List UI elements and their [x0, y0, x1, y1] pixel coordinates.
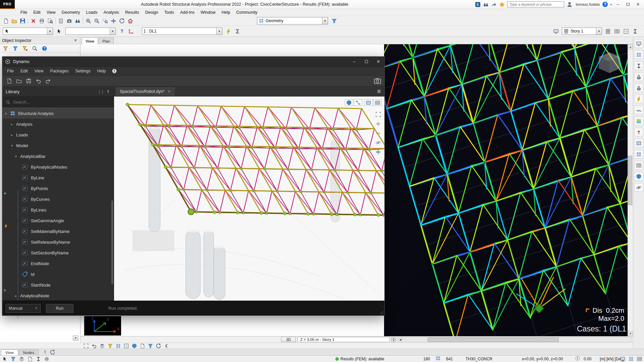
- initial-view-icon[interactable]: [126, 17, 135, 25]
- back-icon[interactable]: [474, 1, 481, 8]
- material-label[interactable]: TH30_CONCR: [466, 356, 492, 362]
- display-mode-icon[interactable]: [619, 356, 626, 362]
- workspace-tab[interactable]: SpacialTrussRobot.dyn* ✕: [116, 87, 174, 96]
- scroll-down-icon[interactable]: ▼: [628, 331, 633, 336]
- hscroll-left-icon[interactable]: ◀: [397, 337, 403, 342]
- library-layout-icon[interactable]: ❘❘: [98, 89, 104, 94]
- pointer-icon[interactable]: [55, 27, 63, 35]
- menu-community[interactable]: Community: [233, 9, 260, 16]
- export-image-icon[interactable]: [373, 77, 382, 85]
- menu-tools[interactable]: Tools: [161, 9, 177, 16]
- panel-display-icon[interactable]: [634, 139, 643, 147]
- object-attributes-icon[interactable]: [634, 50, 643, 59]
- scroll-up-icon[interactable]: ▲: [628, 44, 633, 50]
- search-options-icon[interactable]: [482, 1, 489, 8]
- zoom-out-icon[interactable]: [93, 17, 101, 25]
- resize-grip[interactable]: [379, 310, 383, 314]
- library-item-bylines[interactable]: ByLines: [2, 204, 114, 215]
- inspector-scroll-button[interactable]: ▼: [73, 336, 78, 341]
- menu-results[interactable]: Results: [122, 9, 142, 16]
- tab-close-icon[interactable]: ✕: [168, 89, 171, 94]
- combo-arrow-icon[interactable]: ▼: [110, 28, 115, 35]
- combo-arrow-icon[interactable]: ▼: [322, 17, 328, 24]
- view-display-icon[interactable]: [634, 39, 643, 48]
- plan-view-icon[interactable]: [622, 27, 630, 35]
- split-view-icon[interactable]: [364, 99, 373, 106]
- canvas-zoom-out-icon[interactable]: [374, 129, 382, 137]
- view-tab-plan[interactable]: Plan: [99, 38, 114, 44]
- dynamo-menu-view[interactable]: View: [31, 67, 47, 75]
- orbit-icon[interactable]: [374, 139, 382, 146]
- library-scrollbar[interactable]: [111, 200, 113, 284]
- library-category-structural-analysis[interactable]: ▾ Structural Analysis: [2, 108, 114, 119]
- story-up-icon[interactable]: ▲: [391, 337, 396, 340]
- dynamo-3d-preview[interactable]: [114, 97, 384, 301]
- section-shapes-icon[interactable]: [634, 61, 643, 70]
- zoom-in-icon[interactable]: [84, 17, 93, 25]
- graph-view-icon[interactable]: [354, 99, 362, 106]
- menu-edit[interactable]: Edit: [30, 9, 44, 16]
- new-file-icon[interactable]: [5, 77, 13, 85]
- settings-icon[interactable]: [43, 356, 50, 362]
- print-preview-icon[interactable]: [46, 17, 54, 25]
- combo-arrow-icon[interactable]: ▼: [216, 28, 222, 35]
- screen-capture-icon[interactable]: [65, 17, 73, 25]
- menu-help[interactable]: Help: [218, 9, 233, 16]
- dynamo-menu-packages[interactable]: Packages: [47, 67, 72, 75]
- stress-diagram-icon[interactable]: [634, 117, 643, 125]
- library-group-loads[interactable]: ▸ Loads: [2, 129, 114, 140]
- add-node-icon[interactable]: +: [3, 191, 9, 196]
- grid-display-icon[interactable]: [115, 343, 122, 349]
- dynamo-menu-help[interactable]: Help: [94, 67, 109, 75]
- zoom-extents-icon[interactable]: [83, 343, 90, 349]
- library-item-startnode[interactable]: StartNode: [2, 280, 114, 290]
- library-search-input[interactable]: [13, 100, 110, 105]
- window-minimize-button[interactable]: –: [614, 1, 622, 7]
- search-icon[interactable]: [31, 45, 39, 53]
- delete-filter-icon[interactable]: [21, 45, 29, 53]
- vscroll-thumb[interactable]: [628, 156, 632, 205]
- library-item-endnode[interactable]: EndNode: [2, 258, 114, 269]
- view-rotate-icon[interactable]: [118, 17, 126, 25]
- dynamo-menu-settings[interactable]: Settings: [72, 67, 94, 75]
- deformation-display-icon[interactable]: [634, 106, 643, 114]
- inspector-close-icon[interactable]: ✕: [73, 38, 78, 43]
- filter-icon[interactable]: [11, 45, 19, 53]
- tab-menu-icon[interactable]: [376, 89, 382, 94]
- display-filter-icon[interactable]: [330, 17, 338, 25]
- pin-icon[interactable]: [42, 350, 49, 355]
- pane-view-icon[interactable]: [373, 99, 382, 106]
- library-category-analyticalbar[interactable]: ▾ AnalyticalBar: [2, 151, 114, 162]
- view-tab-view[interactable]: View: [82, 38, 98, 44]
- dynamic-view-icon[interactable]: [634, 183, 643, 192]
- hscroll-thumb[interactable]: [428, 338, 559, 342]
- menu-design[interactable]: Design: [142, 9, 161, 16]
- refresh-view-icon[interactable]: [155, 343, 162, 349]
- help-icon[interactable]: ?: [602, 1, 608, 8]
- layers-icon[interactable]: [99, 343, 106, 349]
- display-attributes-icon[interactable]: [107, 343, 114, 349]
- selection-combo[interactable]: ▼: [3, 27, 53, 35]
- redo-icon[interactable]: [44, 77, 52, 85]
- panel-tab-view[interactable]: View: [1, 350, 18, 355]
- view-template-icon[interactable]: [139, 343, 146, 349]
- find-icon[interactable]: [73, 17, 82, 25]
- filters-icon[interactable]: [10, 356, 16, 362]
- dynamo-titlebar[interactable]: Dynamo – ✕: [2, 57, 384, 67]
- library-item-byline[interactable]: ByLine: [2, 172, 114, 183]
- menu-geometry[interactable]: Geometry: [59, 9, 83, 16]
- axis-definition-icon[interactable]: [127, 27, 135, 35]
- load-case-combo[interactable]: 1 : DL1 ▼: [142, 27, 222, 35]
- snap-mode-icon[interactable]: [628, 356, 634, 362]
- dynamo-menu-file[interactable]: File: [4, 67, 17, 75]
- dynamo-maximize-button[interactable]: [360, 57, 372, 66]
- bar-numbers-icon[interactable]: [634, 161, 643, 170]
- library-item-bypoints[interactable]: ByPoints: [2, 183, 114, 194]
- menu-file[interactable]: File: [17, 9, 30, 16]
- display-filter-icon[interactable]: [147, 343, 154, 349]
- view-mode-button[interactable]: 3D: [281, 337, 296, 342]
- story-down-icon[interactable]: ▼: [391, 340, 396, 342]
- geometry-view-icon[interactable]: [345, 99, 353, 106]
- render-settings-icon[interactable]: [634, 172, 643, 181]
- story-level-field[interactable]: Z = 3.00 m - Story 1: [297, 337, 390, 342]
